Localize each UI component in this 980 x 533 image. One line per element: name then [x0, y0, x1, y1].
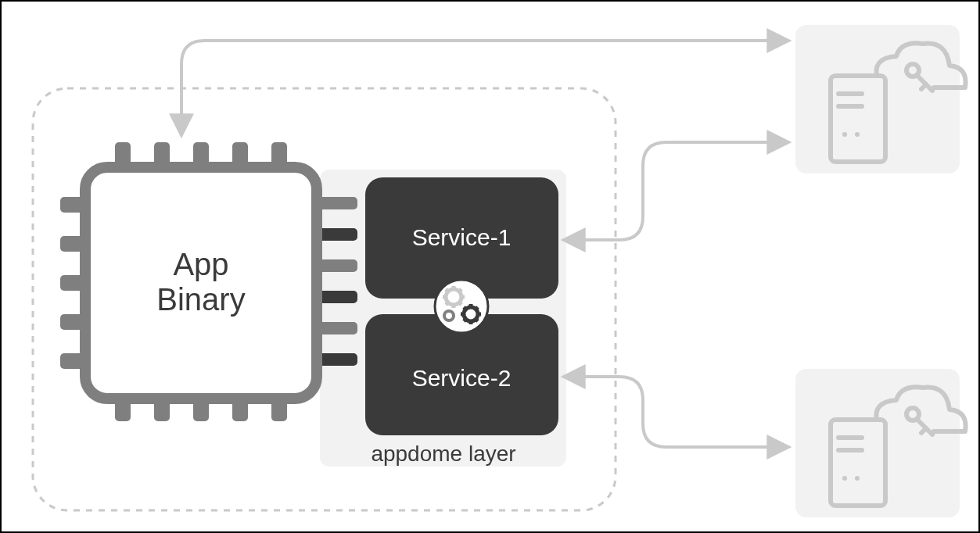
service-1-label: Service-1 [412, 224, 512, 250]
chip-label-1: App [173, 247, 228, 281]
server-bottom-panel [795, 369, 966, 517]
svg-rect-55 [831, 420, 885, 506]
svg-point-50 [855, 132, 860, 137]
arrow-service1 [565, 142, 788, 240]
svg-point-49 [842, 132, 847, 137]
svg-line-37 [464, 307, 466, 309]
svg-line-45 [921, 84, 926, 89]
arrow-service2 [565, 377, 788, 447]
svg-rect-46 [831, 76, 885, 162]
server-top-panel [795, 25, 966, 173]
diagram-svg: App Binary Service-1 Service-2 [2, 2, 980, 533]
gears-icon [435, 280, 488, 333]
svg-line-31 [459, 289, 461, 292]
diagram-frame: App Binary Service-1 Service-2 [0, 0, 980, 533]
chip-label-2: Binary [156, 282, 245, 317]
svg-line-30 [446, 302, 448, 305]
service-2-label: Service-2 [412, 365, 512, 391]
svg-line-54 [921, 428, 926, 433]
svg-line-29 [459, 302, 461, 305]
svg-point-59 [855, 476, 860, 481]
svg-point-58 [842, 476, 847, 481]
appdome-layer-label: appdome layer [371, 442, 515, 466]
svg-line-38 [476, 319, 478, 321]
svg-line-28 [446, 289, 448, 292]
svg-line-39 [464, 319, 466, 321]
svg-line-40 [476, 307, 478, 309]
svg-point-22 [435, 280, 488, 333]
